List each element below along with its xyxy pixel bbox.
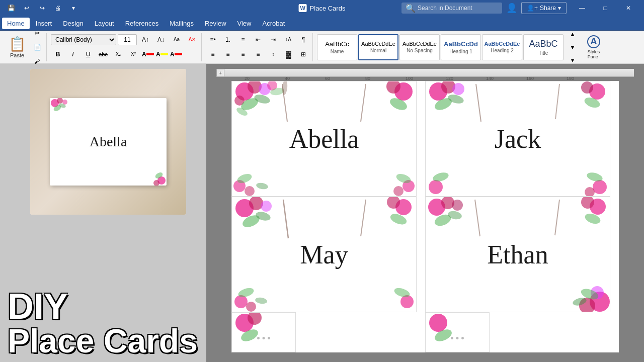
- menu-design[interactable]: Design: [58, 18, 88, 29]
- svg-line-39: [555, 84, 559, 119]
- decrease-font-button[interactable]: A↓: [154, 33, 168, 46]
- menu-review[interactable]: Review: [200, 18, 231, 29]
- place-card-5[interactable]: ...: [231, 312, 296, 352]
- bullets-button[interactable]: ≡•: [206, 33, 220, 46]
- numbering-button[interactable]: 1.: [221, 33, 235, 46]
- paste-button[interactable]: 📋 Paste: [5, 33, 29, 61]
- customize-icon[interactable]: ▾: [66, 2, 80, 15]
- underline-button[interactable]: U: [81, 48, 95, 61]
- share-chevron: ▾: [558, 5, 561, 12]
- svg-point-38: [583, 96, 601, 110]
- align-left-button[interactable]: ≡: [206, 48, 220, 61]
- styles-pane-button[interactable]: A StylesPane: [581, 34, 607, 60]
- svg-point-40: [429, 180, 443, 194]
- menu-references[interactable]: References: [120, 18, 164, 29]
- search-icon: 🔍: [406, 4, 416, 13]
- line-spacing-button[interactable]: ↕: [266, 48, 280, 61]
- show-hide-button[interactable]: ¶: [296, 33, 310, 46]
- minimize-button[interactable]: —: [571, 0, 594, 16]
- svg-point-75: [572, 297, 588, 307]
- redo-icon[interactable]: ↪: [35, 2, 49, 15]
- svg-line-22: [361, 84, 366, 122]
- search-input[interactable]: [418, 5, 498, 12]
- menu-acrobat[interactable]: Acrobat: [257, 18, 290, 29]
- increase-font-button[interactable]: A↑: [138, 33, 152, 46]
- maximize-button[interactable]: □: [594, 0, 617, 16]
- svg-point-55: [234, 295, 248, 308]
- place-card-ethan[interactable]: Ethan: [425, 197, 610, 312]
- clear-format-button[interactable]: A✕: [185, 33, 199, 46]
- app-title: Place Cards: [310, 5, 346, 12]
- svg-point-15: [270, 87, 285, 97]
- svg-point-62: [441, 197, 454, 209]
- font-name-select[interactable]: Calibri (Body): [51, 34, 116, 45]
- menu-home[interactable]: Home: [2, 18, 30, 29]
- subscript-button[interactable]: X₂: [111, 48, 125, 61]
- svg-point-64: [433, 212, 452, 228]
- place-card-jack[interactable]: Jack: [425, 81, 610, 197]
- close-button[interactable]: ✕: [617, 0, 640, 16]
- copy-button[interactable]: 📄: [30, 41, 44, 54]
- svg-point-72: [579, 298, 595, 312]
- cut-button[interactable]: ✂: [30, 27, 44, 40]
- share-button[interactable]: 👤+ Share ▾: [521, 2, 567, 14]
- highlight-color-button[interactable]: A: [155, 49, 169, 60]
- menu-bar: Home Insert Design Layout References Mai…: [0, 16, 644, 30]
- profile-icon[interactable]: 👤: [506, 3, 517, 14]
- svg-point-46: [249, 197, 263, 210]
- sort-button[interactable]: ↕A: [281, 33, 295, 46]
- style-heading2[interactable]: AaBbCcDdEe Heading 2: [482, 34, 522, 60]
- style-name[interactable]: AaBbCc Name: [317, 34, 357, 60]
- menu-layout[interactable]: Layout: [90, 18, 119, 29]
- plus-button[interactable]: +: [216, 69, 224, 77]
- styles-scroll-up[interactable]: ▲: [566, 28, 580, 41]
- justify-button[interactable]: ≡: [251, 48, 265, 61]
- strikethrough-button[interactable]: abc: [96, 48, 110, 61]
- svg-point-18: [282, 81, 288, 95]
- card-name-abella: Abella: [289, 124, 359, 154]
- print-icon[interactable]: 🖨: [51, 2, 65, 15]
- doc-panel[interactable]: + 20 40 60 80 100 120 140 160 180: [206, 64, 644, 362]
- diy-overlay: DIY Place Cards: [0, 283, 206, 362]
- align-right-button[interactable]: ≡: [236, 48, 250, 61]
- shading-para-button[interactable]: ▓: [281, 48, 295, 61]
- share-label: Share: [540, 5, 556, 12]
- styles-group: AaBbCc Name AaBbCcDdEe Normal AaBbCcDdEe…: [315, 33, 609, 61]
- italic-button[interactable]: I: [66, 48, 80, 61]
- change-case-button[interactable]: Aa: [170, 33, 184, 46]
- place-card-may[interactable]: May: [231, 197, 417, 312]
- place-card-abella[interactable]: Abella: [231, 81, 417, 197]
- style-title[interactable]: AaBbC Title: [523, 34, 564, 60]
- svg-point-26: [256, 182, 269, 190]
- borders-button[interactable]: ⊞: [296, 48, 310, 61]
- style-normal[interactable]: AaBbCcDdEe Normal: [358, 34, 398, 60]
- bold-button[interactable]: B: [51, 48, 65, 61]
- svg-line-50: [283, 200, 288, 238]
- superscript-button[interactable]: X²: [126, 48, 140, 61]
- diy-line2: Place Cards: [8, 324, 199, 357]
- svg-point-13: [239, 96, 260, 112]
- decrease-indent-button[interactable]: ⇤: [251, 33, 265, 46]
- svg-point-76: [235, 314, 254, 332]
- multilevel-button[interactable]: ≡: [236, 33, 250, 46]
- style-heading1[interactable]: AaBbCcDd Heading 1: [441, 34, 481, 60]
- svg-point-69: [584, 212, 602, 226]
- menu-mailings[interactable]: Mailings: [165, 18, 199, 29]
- svg-point-10: [259, 83, 271, 95]
- place-card-6[interactable]: ...: [425, 312, 490, 352]
- increase-indent-button[interactable]: ⇥: [266, 33, 280, 46]
- style-no-spacing[interactable]: AaBbCcDdEe No Spacing: [399, 34, 440, 60]
- svg-point-67: [590, 199, 606, 215]
- svg-point-9: [248, 81, 262, 94]
- title-bar: 💾 ↩ ↪ 🖨 ▾ W Place Cards 🔍 👤 👤+ Share ▾ —…: [0, 0, 644, 16]
- search-bar[interactable]: 🔍: [401, 3, 502, 14]
- ribbon: Home Insert Design Layout References Mai…: [0, 16, 644, 31]
- font-size-input[interactable]: [118, 34, 137, 45]
- menu-view[interactable]: View: [232, 18, 257, 29]
- shading-button[interactable]: A: [170, 49, 183, 60]
- font-color-button[interactable]: A: [141, 49, 154, 60]
- align-center-button[interactable]: ≡: [221, 48, 235, 61]
- styles-scroll-down[interactable]: ▼: [566, 41, 580, 54]
- undo-icon[interactable]: ↩: [20, 2, 34, 15]
- save-icon[interactable]: 💾: [4, 2, 18, 15]
